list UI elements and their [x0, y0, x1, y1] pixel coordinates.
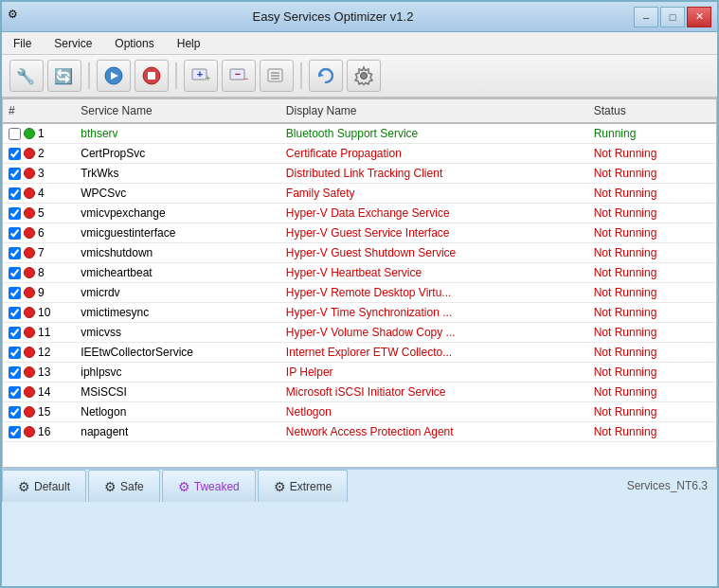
status-cell: Not Running	[588, 204, 716, 223]
row-checkbox[interactable]	[9, 168, 21, 180]
row-number: 11	[38, 326, 50, 339]
toolbar-separator-3	[300, 62, 302, 89]
refresh-button[interactable]: 🔄	[47, 60, 81, 92]
row-checkbox[interactable]	[9, 366, 21, 379]
row-num-cell: 9	[3, 283, 75, 303]
row-checkbox[interactable]	[9, 386, 21, 399]
app-title: Easy Services Optimizer v1.2	[32, 9, 634, 24]
settings-button[interactable]	[347, 60, 381, 92]
status-cell: Not Running	[588, 164, 716, 184]
reload-button[interactable]	[309, 60, 343, 92]
row-number: 16	[38, 425, 50, 438]
menu-options[interactable]: Options	[111, 35, 157, 52]
row-checkbox[interactable]	[9, 148, 21, 160]
row-checkbox[interactable]	[9, 426, 21, 438]
status-dot	[24, 247, 35, 258]
service-name-cell: vmicshutdown	[75, 243, 280, 263]
row-num-cell: 2	[3, 144, 75, 164]
list-button[interactable]	[260, 60, 294, 92]
service-name-cell: CertPropSvc	[75, 144, 280, 164]
service-name-cell: vmicvpexchange	[75, 204, 280, 223]
row-checkbox[interactable]	[9, 327, 21, 339]
menu-help[interactable]: Help	[173, 35, 205, 52]
extreme-tab-icon: ⚙	[274, 479, 286, 494]
services-table-container[interactable]: # Service Name Display Name Status 1bths…	[2, 98, 717, 468]
display-name-cell: Hyper-V Volume Shadow Copy ...	[280, 323, 588, 343]
row-number: 15	[38, 405, 50, 419]
table-row[interactable]: 1bthservBluetooth Support ServiceRunning	[3, 123, 716, 144]
remove-button[interactable]: − −	[222, 60, 256, 92]
header-display-name: Display Name	[280, 99, 588, 123]
default-tab[interactable]: ⚙ Default	[2, 470, 86, 502]
table-row[interactable]: 7vmicshutdownHyper-V Guest Shutdown Serv…	[3, 243, 716, 263]
service-name-cell: vmicguestinterface	[75, 223, 280, 243]
minimize-button[interactable]: –	[634, 7, 658, 27]
svg-text:−: −	[243, 74, 248, 83]
add-button[interactable]: + +	[184, 60, 218, 92]
row-checkbox[interactable]	[9, 247, 21, 259]
table-row[interactable]: 16napagentNetwork Access Protection Agen…	[3, 422, 716, 442]
run-tool-button[interactable]: 🔧	[9, 60, 44, 92]
status-cell: Not Running	[588, 283, 716, 303]
display-name-cell: Distributed Link Tracking Client	[280, 164, 588, 184]
row-num-cell: 1	[3, 123, 75, 144]
row-checkbox[interactable]	[9, 187, 21, 200]
status-dot	[24, 128, 35, 139]
table-row[interactable]: 2CertPropSvcCertificate PropagationNot R…	[3, 144, 716, 164]
extreme-tab[interactable]: ⚙ Extreme	[258, 470, 349, 502]
status-dot	[24, 148, 35, 159]
status-dot	[24, 168, 35, 179]
row-num-cell: 12	[3, 343, 75, 363]
service-name-cell: IEEtwCollectorService	[75, 343, 280, 363]
header-service-name: Service Name	[75, 99, 280, 123]
table-row[interactable]: 10vmictimesyncHyper-V Time Synchronizati…	[3, 303, 716, 323]
safe-tab[interactable]: ⚙ Safe	[88, 470, 160, 502]
status-cell: Not Running	[588, 144, 716, 164]
maximize-button[interactable]: □	[660, 7, 685, 27]
row-number: 1	[38, 127, 45, 140]
row-checkbox[interactable]	[9, 287, 21, 299]
content-area: # Service Name Display Name Status 1bths…	[2, 98, 717, 586]
menu-service[interactable]: Service	[50, 35, 96, 52]
row-num-cell: 15	[3, 402, 75, 422]
table-row[interactable]: 13iphlpsvcIP HelperNot Running	[3, 363, 716, 383]
table-row[interactable]: 6vmicguestinterfaceHyper-V Guest Service…	[3, 223, 716, 243]
svg-rect-5	[148, 72, 155, 80]
close-button[interactable]: ✕	[687, 7, 711, 27]
table-row[interactable]: 15NetlogonNetlogonNot Running	[3, 402, 716, 422]
row-checkbox[interactable]	[9, 128, 21, 140]
table-row[interactable]: 3TrkWksDistributed Link Tracking ClientN…	[3, 164, 716, 184]
table-row[interactable]: 12IEEtwCollectorServiceInternet Explorer…	[3, 343, 716, 363]
row-checkbox[interactable]	[9, 207, 21, 220]
service-name-cell: iphlpsvc	[75, 363, 280, 383]
service-name-cell: bthserv	[75, 123, 280, 144]
row-checkbox[interactable]	[9, 227, 21, 240]
row-num-cell: 10	[3, 303, 75, 323]
table-row[interactable]: 11vmicvssHyper-V Volume Shadow Copy ...N…	[3, 323, 716, 343]
row-number: 3	[38, 167, 45, 180]
row-num-cell: 13	[3, 363, 75, 383]
row-checkbox[interactable]	[9, 347, 21, 359]
row-checkbox[interactable]	[9, 307, 21, 319]
table-row[interactable]: 14MSiSCSIMicrosoft iSCSI Initiator Servi…	[3, 383, 716, 402]
tweaked-tab[interactable]: ⚙ Tweaked	[162, 470, 256, 502]
table-row[interactable]: 4WPCSvcFamily SafetyNot Running	[3, 184, 716, 204]
row-num-cell: 3	[3, 164, 75, 184]
start-service-button[interactable]	[97, 60, 131, 92]
row-num-cell: 8	[3, 263, 75, 283]
safe-tab-icon: ⚙	[104, 479, 117, 494]
table-row[interactable]: 9vmicrdvHyper-V Remote Desktop Virtu...N…	[3, 283, 716, 303]
table-row[interactable]: 8vmicheartbeatHyper-V Heartbeat ServiceN…	[3, 263, 716, 283]
status-cell: Not Running	[588, 184, 716, 204]
row-checkbox[interactable]	[9, 406, 21, 419]
status-dot	[24, 347, 35, 358]
menu-file[interactable]: File	[9, 35, 35, 52]
service-name-cell: TrkWks	[75, 164, 280, 184]
table-row[interactable]: 5vmicvpexchangeHyper-V Data Exchange Ser…	[3, 204, 716, 223]
row-checkbox[interactable]	[9, 267, 21, 279]
row-number: 4	[38, 187, 45, 200]
row-number: 12	[38, 346, 50, 359]
display-name-cell: Hyper-V Guest Service Interface	[280, 223, 588, 243]
display-name-cell: Network Access Protection Agent	[280, 422, 588, 442]
stop-service-button[interactable]	[135, 60, 169, 92]
